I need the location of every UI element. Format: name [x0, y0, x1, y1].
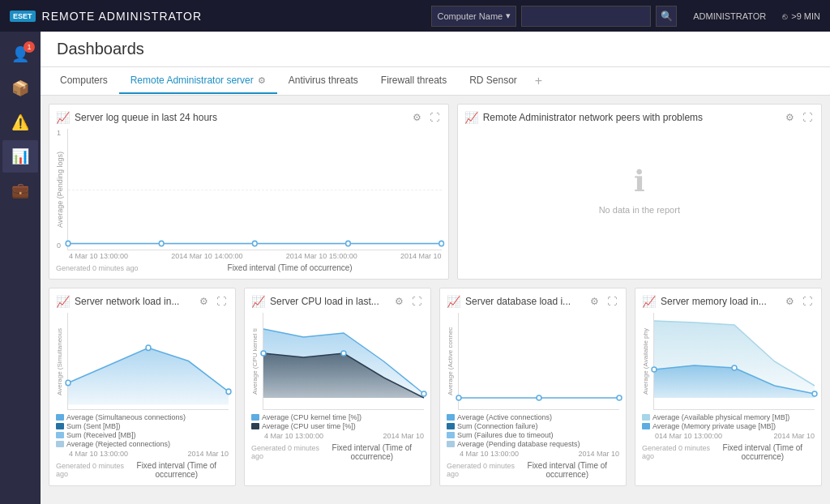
widget-expand-icon-cpu[interactable]: ⛶: [409, 295, 424, 308]
search-input[interactable]: [521, 6, 651, 27]
widget-footer-net-load: Generated 0 minutes ago Fixed interval (…: [56, 461, 229, 479]
notification-badge: 1: [24, 41, 35, 53]
tab-firewall-threats[interactable]: Firewall threats: [370, 68, 458, 94]
widget-chart-icon-mem: 📈: [642, 295, 656, 308]
admin-label: ADMINISTRATOR: [693, 11, 766, 21]
tab-antivirus-threats[interactable]: Antivirus threats: [277, 68, 370, 94]
widget-memory-load: 📈 Server memory load in... ⚙ ⛶ Average (…: [635, 288, 822, 486]
legend-cpu-label-0: Average (CPU kernel time [%]): [262, 413, 362, 421]
widget-chart-icon: 📈: [56, 111, 70, 124]
tab-rd-sensor[interactable]: RD Sensor: [458, 68, 528, 94]
no-data-text: No data in the report: [599, 205, 680, 215]
widget-title-area-net-load: 📈 Server network load in...: [56, 295, 179, 308]
header: ESET REMOTE ADMINISTRATOR Computer Name …: [0, 0, 830, 32]
legend-item-0: Average (Simultaneous connections): [56, 413, 229, 421]
legend-cpu-color-1: [251, 423, 259, 429]
legend-db-label-3: Average (Pending database requests): [457, 440, 580, 448]
db-x-label-0: 4 Mar 10 13:00:00: [460, 450, 519, 458]
exit-label: >9 MIN: [791, 11, 820, 21]
sidebar-item-dashboard[interactable]: 📊: [2, 140, 38, 173]
chart-log-queue: Average (Pending logs) 1 0: [56, 129, 442, 250]
tab-computers[interactable]: Computers: [49, 68, 119, 94]
chart-y-label-net: Average (Simultaneous: [56, 313, 67, 410]
widget-settings-icon-db[interactable]: ⚙: [588, 295, 601, 308]
legend-color-1: [56, 423, 64, 429]
tab-add-button[interactable]: +: [528, 67, 549, 95]
db-x-label-1: 2014 Mar 10: [578, 450, 619, 458]
widget-title-area-db: 📈 Server database load i...: [447, 295, 571, 308]
svg-point-22: [732, 365, 737, 370]
widget-expand-icon-mem[interactable]: ⛶: [800, 295, 815, 308]
widget-actions-net-load: ⚙ ⛶: [197, 295, 229, 308]
widget-settings-icon-peers[interactable]: ⚙: [783, 111, 797, 124]
legend-cpu: Average (CPU kernel time [%]) Average (C…: [251, 413, 424, 430]
widget-header-db: 📈 Server database load i... ⚙ ⛶: [447, 295, 619, 308]
svg-point-3: [252, 241, 257, 246]
x-label-1: 2014 Mar 10 14:00:00: [171, 252, 242, 260]
app-title: REMOTE ADMINISTRATOR: [42, 10, 203, 23]
widget-title-peers: Remote Administrator network peers with …: [483, 112, 703, 123]
widget-interval-db: Fixed interval (Time of occurrence): [516, 461, 619, 479]
exit-button[interactable]: ⎋ >9 MIN: [782, 11, 820, 21]
svg-point-2: [159, 241, 164, 246]
widget-title-mem: Server memory load in...: [661, 296, 767, 307]
x-label-2: 2014 Mar 10 15:00:00: [286, 252, 357, 260]
sidebar-item-threats[interactable]: ⚠️: [2, 106, 38, 139]
sidebar-item-computers[interactable]: 📦: [2, 72, 38, 105]
legend-mem-label-1: Average (Memory private usage [MB]): [652, 422, 776, 430]
widget-settings-icon-cpu[interactable]: ⚙: [392, 295, 406, 308]
legend-cpu-item-0: Average (CPU kernel time [%]): [251, 413, 424, 421]
chart-svg-cpu: [263, 313, 424, 402]
tab-firewall-label: Firewall threats: [381, 75, 447, 86]
sidebar-item-notifications[interactable]: 👤 1: [2, 38, 38, 70]
search-dropdown[interactable]: Computer Name ▾: [431, 6, 516, 27]
dashboard-row-1: 📈 Server log queue in last 24 hours ⚙ ⛶ …: [49, 104, 822, 280]
widget-settings-icon-net[interactable]: ⚙: [197, 295, 211, 308]
legend-cpu-item-1: Average (CPU user time [%]): [251, 422, 424, 430]
chart-x-labels-cpu: 4 Mar 10 13:00:00 2014 Mar 10: [251, 432, 424, 440]
widget-expand-icon[interactable]: ⛶: [427, 111, 442, 124]
legend-label-3: Average (Rejected connections): [66, 440, 170, 448]
svg-point-12: [261, 351, 266, 356]
widget-settings-icon[interactable]: ⚙: [410, 111, 424, 124]
net-x-label-1: 2014 Mar 10: [187, 450, 229, 458]
widget-title-log-queue: Server log queue in last 24 hours: [75, 112, 217, 123]
legend-db-label-2: Sum (Failures due to timeout): [457, 431, 554, 439]
legend-mem-item-1: Average (Memory private usage [MB]): [642, 422, 815, 430]
legend-cpu-color-0: [251, 414, 259, 421]
no-data-area: ℹ No data in the report: [464, 129, 815, 250]
widget-generated-net: Generated 0 minutes ago: [56, 462, 125, 478]
chart-grid-mid: [68, 190, 442, 190]
tab-remote-admin-server[interactable]: Remote Administrator server ⚙: [119, 68, 277, 94]
sidebar: 👤 1 📦 ⚠️ 📊 💼: [0, 32, 41, 504]
widget-footer-log-queue: Generated 0 minutes ago Fixed interval (…: [56, 263, 442, 272]
search-button[interactable]: 🔍: [656, 6, 677, 27]
chart-y-max: 1: [57, 129, 61, 137]
sidebar-item-admin[interactable]: 💼: [2, 174, 38, 207]
widget-chart-icon-db: 📈: [447, 295, 460, 308]
chart-svg-mem: [654, 313, 815, 402]
chart-content-log-queue: 1 0: [67, 129, 442, 250]
widget-interval-mem: Fixed interval (Time of occurrence): [711, 443, 815, 461]
widget-expand-icon-net[interactable]: ⛶: [214, 295, 229, 308]
no-data-icon: ℹ: [634, 164, 645, 199]
legend-item-1: Sum (Sent [MB]): [56, 422, 229, 430]
dashboard: 📈 Server log queue in last 24 hours ⚙ ⛶ …: [41, 96, 830, 504]
tab-settings-icon[interactable]: ⚙: [258, 75, 266, 86]
legend-db-color-3: [447, 441, 455, 447]
widget-settings-icon-mem[interactable]: ⚙: [783, 295, 797, 308]
widget-expand-icon-db[interactable]: ⛶: [605, 295, 619, 308]
legend-db-label-0: Average (Active connections): [457, 413, 552, 421]
legend-db-color-1: [447, 423, 455, 429]
chart-svg-db: [459, 313, 619, 402]
svg-marker-6: [68, 348, 229, 404]
search-icon: 🔍: [661, 11, 673, 22]
x-label-0: 4 Mar 10 13:00:00: [69, 252, 128, 260]
legend-mem: Average (Available physical memory [MB])…: [642, 413, 815, 430]
widget-actions-mem: ⚙ ⛶: [783, 295, 815, 308]
widget-expand-icon-peers[interactable]: ⛶: [800, 111, 815, 124]
legend-item-2: Sum (Received [MB]): [56, 431, 229, 439]
legend-label-1: Sum (Sent [MB]): [66, 422, 121, 430]
svg-point-9: [226, 389, 231, 394]
chart-content-cpu: [263, 313, 424, 410]
